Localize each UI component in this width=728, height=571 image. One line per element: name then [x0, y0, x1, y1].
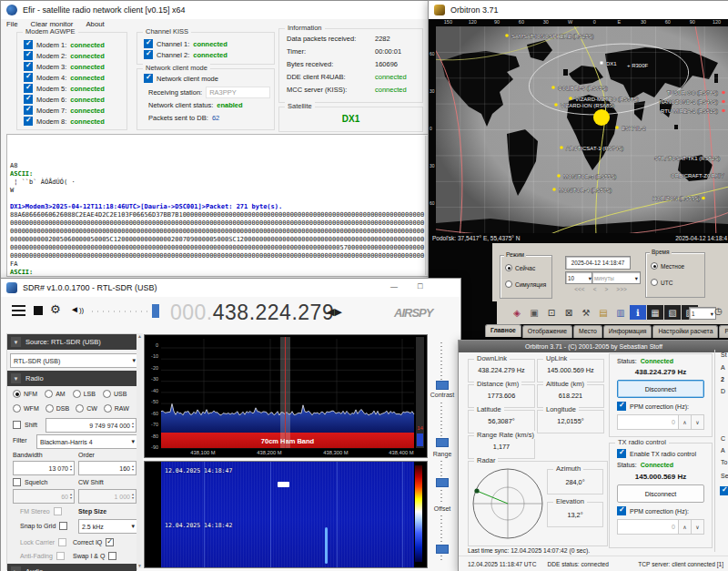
satellite-dot[interactable] [569, 97, 572, 100]
satellite-dot[interactable] [702, 197, 705, 200]
settings-gear-icon[interactable]: ⚙ [50, 302, 61, 316]
audio-header[interactable]: ▶ Audio [7, 564, 136, 571]
time-utc-radio[interactable]: UTC [651, 279, 672, 286]
orbitron-tab[interactable]: Главное [485, 324, 521, 337]
filter-combo[interactable]: Blackman-Harris 4▾ [36, 434, 138, 449]
speaker-icon[interactable]: ◄)) [70, 304, 84, 314]
rotor-titlebar[interactable]: Orbitron 3.71 - (C) 2001-2005 by Sebasti… [459, 341, 728, 352]
squelch-field[interactable]: 60▴▾ [13, 489, 75, 504]
rx-disconnect-button[interactable]: Disconnect [617, 380, 704, 398]
satellite-label[interactable]: VIZARD-METEO (RS38S) [575, 97, 639, 102]
channel-checkbox[interactable] [144, 50, 153, 59]
satellite-label[interactable]: MONITOR-3 (RS55S) [563, 174, 616, 179]
demod-mode-radio[interactable]: DSB [46, 404, 69, 413]
offset-slider-handle[interactable] [436, 545, 449, 554]
modem-checkbox[interactable] [24, 73, 33, 82]
modem-checkbox[interactable] [24, 40, 33, 49]
satellite-dot[interactable] [615, 126, 619, 129]
satellite-dot[interactable] [722, 109, 725, 113]
anti-fading-checkbox[interactable] [56, 552, 65, 560]
frequency-display[interactable]: 000.438.224.279 [170, 301, 334, 325]
satellite-dot-dx1[interactable] [601, 62, 603, 65]
satellite-dot[interactable] [554, 103, 558, 107]
scroll-up-icon[interactable]: ▲ [136, 333, 143, 339]
step-unit-combo[interactable]: минуты▾ [592, 271, 641, 284]
map-toolbar-icon[interactable]: ▤ [595, 305, 612, 320]
spinner-arrows-icon[interactable]: ▴▾ [70, 493, 72, 500]
sim-speed-combo[interactable]: 1▾ [689, 307, 716, 320]
menu-item[interactable]: About [86, 20, 104, 28]
fm-stereo-checkbox[interactable] [54, 507, 62, 515]
satellite-label[interactable]: NANOZOND-1 (RS49S) [660, 99, 718, 105]
modem-checkbox[interactable] [24, 117, 33, 126]
map-toolbar-icon[interactable]: ◈ [509, 305, 525, 320]
sdr-titlebar[interactable]: SDR# v1.0.0.1700 - RTL-SDR (USB) — □ [1, 279, 460, 297]
orbitron-tab[interactable]: Отображение [522, 325, 572, 338]
lock-carrier-checkbox[interactable] [58, 538, 66, 546]
menu-icon[interactable] [12, 305, 25, 316]
satellite-label[interactable]: ESHAIL-2 [622, 126, 646, 131]
satellite-label[interactable]: VIZARD-ION (RS68S) [561, 103, 614, 108]
spin-down-icon[interactable]: ∨ [692, 519, 704, 535]
panel-scrollbar[interactable]: ▲ ▼ [136, 333, 143, 568]
frequency-value[interactable]: 438.224.279 [213, 301, 334, 324]
shift-field[interactable]: 9 749 974 000▴▾ [46, 418, 136, 433]
shift-checkbox[interactable] [13, 421, 21, 429]
orbitron-tab[interactable]: Информация [603, 325, 652, 338]
map-toolbar-icon[interactable]: ⊠ [561, 305, 577, 320]
demod-mode-radio[interactable]: LSB [73, 390, 96, 398]
satellite-label[interactable]: STRATOSAT-TK1 (RS52S) [654, 156, 720, 161]
stop-button[interactable] [34, 306, 43, 315]
map-toolbar-icon[interactable]: ⚒ [578, 305, 594, 320]
satellite-dot[interactable] [560, 146, 563, 149]
spinner-arrows-icon[interactable]: ▴▾ [132, 464, 134, 472]
modem-checkbox[interactable] [24, 84, 33, 93]
map-toolbar-icon[interactable]: ⊡ [543, 305, 560, 320]
scroll-down-icon[interactable]: ▼ [136, 563, 143, 568]
satellite-dot[interactable] [552, 188, 556, 191]
orbitron-tab[interactable]: Расчет [719, 325, 728, 338]
datetime-field[interactable]: 2025-04-12 14:18:47 [565, 256, 631, 270]
satellite-label[interactable]: MONITOR-4 (RS57S) [559, 188, 612, 193]
tx-disconnect-button[interactable]: Disconnect [617, 484, 704, 503]
spin-up-icon[interactable]: ∧ [679, 519, 692, 535]
zoom-slider-handle[interactable] [436, 381, 449, 390]
frequency-step-arrows[interactable]: ◀▶ [327, 306, 342, 318]
modem-checkbox[interactable] [24, 106, 33, 115]
demod-mode-radio[interactable]: WFM [13, 404, 39, 413]
time-nav-arrows[interactable]: <<< < > >>> [565, 286, 636, 292]
order-field[interactable]: 160▴▾ [78, 461, 136, 475]
waterfall-display[interactable]: 12.04.2025 14:18:47 12.04.2025 14:18:42 [144, 461, 428, 568]
tx-enable-checkbox[interactable] [617, 449, 626, 458]
satellite-dot[interactable] [722, 91, 725, 95]
contrast-slider-handle[interactable] [436, 438, 449, 447]
source-combo[interactable]: RTL-SDR (USB)▾ [10, 353, 139, 368]
orbitron-tab[interactable]: Место [573, 325, 602, 338]
demod-mode-radio[interactable]: NFM [13, 390, 37, 398]
maximize-button[interactable]: □ [418, 281, 422, 291]
orbitron-tab[interactable]: Настройки расчета [652, 325, 718, 338]
world-map[interactable]: SAMSAT-IONOSPHERE (RS25S) DX1 + R300F CO… [436, 26, 728, 233]
channel-checkbox[interactable] [144, 39, 153, 48]
volume-slider-handle[interactable] [152, 304, 159, 318]
cwshift-field[interactable]: 1 000▴▾ [78, 489, 136, 504]
offset-slider-track[interactable] [440, 515, 442, 563]
spin-down-icon[interactable]: ∨ [692, 414, 704, 430]
demod-mode-radio[interactable]: USB [103, 390, 126, 398]
map-toolbar-icon[interactable]: ▧ [664, 305, 681, 320]
satellite-dot[interactable] [505, 34, 509, 37]
modem-checkbox[interactable] [24, 62, 33, 71]
satellite-dot[interactable] [722, 100, 725, 104]
spectrum-display[interactable]: 70cm Ham Band 14 [144, 334, 428, 458]
map-toolbar-icon[interactable]: ▦ [647, 305, 663, 320]
packet-monitor[interactable]: A8ASCII: ¦ ``b` ÀÓÅdÚÓ( ·W DX1>Modem3>20… [6, 134, 430, 277]
demod-mode-radio[interactable]: AM [45, 390, 66, 398]
correct-iq-checkbox[interactable] [106, 538, 114, 546]
efir-titlebar[interactable]: Efir - satellite radio network client [v… [1, 1, 429, 19]
satellite-label[interactable]: ARCTICSAT-1 (RS74S) [566, 146, 623, 151]
mode-sim-radio[interactable]: Симуляция [505, 280, 546, 288]
map-toolbar-icon[interactable]: ▣ [526, 305, 542, 320]
menu-item[interactable]: File [6, 20, 18, 28]
receiving-station-input[interactable]: RA3PPY [206, 87, 270, 98]
demod-mode-radio[interactable]: RAW [104, 404, 129, 413]
